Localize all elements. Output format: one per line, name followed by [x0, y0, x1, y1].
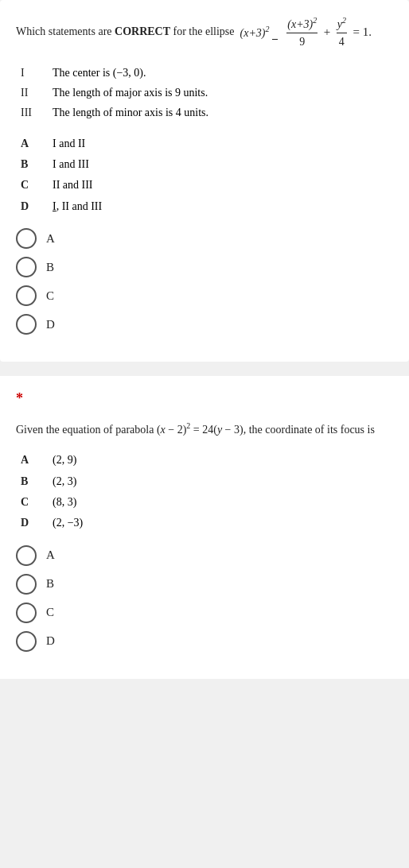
- q2-radio-label-D: D: [46, 634, 55, 648]
- statement-row-1: I The center is (−3, 0).: [16, 63, 393, 83]
- q1-radio-circle-C[interactable]: [16, 285, 37, 306]
- q2-option-label-B: B: [16, 471, 48, 492]
- q2-radio-label-B: B: [46, 577, 54, 591]
- q1-option-text-A: I and II: [48, 134, 393, 154]
- question-1-card: Which statements are CORRECT for the ell…: [0, 0, 409, 362]
- q2-radio-circle-A[interactable]: [16, 545, 37, 566]
- question-2-text: Given the equation of parabola (x − 2)2 …: [16, 420, 393, 439]
- q1-option-row-A: A I and II: [16, 134, 393, 154]
- q1-radio-circle-B[interactable]: [16, 257, 37, 277]
- q2-option-row-D: D (2, −3): [16, 513, 393, 533]
- q2-radio-circle-D[interactable]: [16, 631, 37, 652]
- q2-option-row-A: A (2, 9): [16, 450, 393, 471]
- q1-radio-label-D: D: [46, 318, 55, 331]
- statement-text-3: The length of minor axis is 4 units.: [48, 103, 393, 122]
- question-1-intro-suffix: for the ellipse: [170, 25, 234, 37]
- q2-option-row-C: C (8, 3): [16, 492, 393, 513]
- q2-option-label-C: C: [16, 492, 48, 513]
- q2-option-text-C: (8, 3): [48, 492, 393, 513]
- statement-text-1: The center is (−3, 0).: [48, 63, 393, 83]
- q2-radio-label-C: C: [46, 606, 54, 619]
- question-1-bold: CORRECT: [115, 25, 170, 37]
- q1-radio-circle-D[interactable]: [16, 314, 37, 335]
- statement-row-2: II The length of major axis is 9 units.: [16, 83, 393, 103]
- q1-radio-B[interactable]: B: [16, 257, 393, 277]
- statement-row-3: III The length of minor axis is 4 units.: [16, 103, 393, 122]
- q1-radio-group: A B C D: [16, 228, 393, 335]
- q1-radio-C[interactable]: C: [16, 285, 393, 306]
- q1-option-label-A: A: [16, 134, 48, 154]
- q2-radio-C[interactable]: C: [16, 603, 393, 623]
- required-asterisk: *: [16, 390, 393, 407]
- q1-radio-label-B: B: [46, 261, 54, 274]
- statement-label-3: III: [16, 103, 48, 122]
- q2-option-text-D: (2, −3): [48, 513, 393, 533]
- q1-radio-circle-A[interactable]: [16, 228, 37, 249]
- q2-option-label-D: D: [16, 513, 48, 533]
- statements-table: I The center is (−3, 0). II The length o…: [16, 63, 393, 122]
- q1-option-row-C: C II and III: [16, 175, 393, 196]
- q1-option-row-D: D I, II and III: [16, 196, 393, 217]
- q1-option-label-C: C: [16, 175, 48, 196]
- question-2-card: * Given the equation of parabola (x − 2)…: [0, 376, 409, 679]
- q1-radio-label-C: C: [46, 289, 54, 303]
- q2-radio-circle-C[interactable]: [16, 603, 37, 623]
- q2-option-row-B: B (2, 3): [16, 471, 393, 492]
- q1-radio-D[interactable]: D: [16, 314, 393, 335]
- q2-radio-group: A B C D: [16, 545, 393, 652]
- q2-option-label-A: A: [16, 450, 48, 471]
- q1-option-row-B: B I and III: [16, 154, 393, 175]
- statement-label-2: II: [16, 83, 48, 103]
- q2-radio-B[interactable]: B: [16, 574, 393, 595]
- q1-radio-A[interactable]: A: [16, 228, 393, 249]
- formula-inline: (x+3)2 9 + y2 4 = 1.: [281, 25, 372, 37]
- q1-option-label-B: B: [16, 154, 48, 175]
- q2-radio-label-A: A: [46, 548, 55, 562]
- q1-option-text-B: I and III: [48, 154, 393, 175]
- q1-radio-label-A: A: [46, 232, 55, 246]
- q2-options-table: A (2, 9) B (2, 3) C (8, 3) D (2, −3): [16, 450, 393, 534]
- q2-option-text-B: (2, 3): [48, 471, 393, 492]
- q1-options-table: A I and II B I and III C II and III D I,…: [16, 134, 393, 218]
- q2-radio-circle-B[interactable]: [16, 574, 37, 595]
- question-1-header: Which statements are CORRECT for the ell…: [16, 14, 393, 50]
- question-1-intro: Which statements are: [16, 25, 115, 37]
- q2-radio-D[interactable]: D: [16, 631, 393, 652]
- q2-option-text-A: (2, 9): [48, 450, 393, 471]
- q1-option-label-D: D: [16, 196, 48, 217]
- ellipse-formula: (x+3)2: [240, 23, 279, 41]
- statement-label-1: I: [16, 63, 48, 83]
- section-separator: [0, 362, 409, 376]
- q1-option-text-D: I, II and III: [48, 196, 393, 217]
- statement-text-2: The length of major axis is 9 units.: [48, 83, 393, 103]
- q1-option-text-C: II and III: [48, 175, 393, 196]
- q2-radio-A[interactable]: A: [16, 545, 393, 566]
